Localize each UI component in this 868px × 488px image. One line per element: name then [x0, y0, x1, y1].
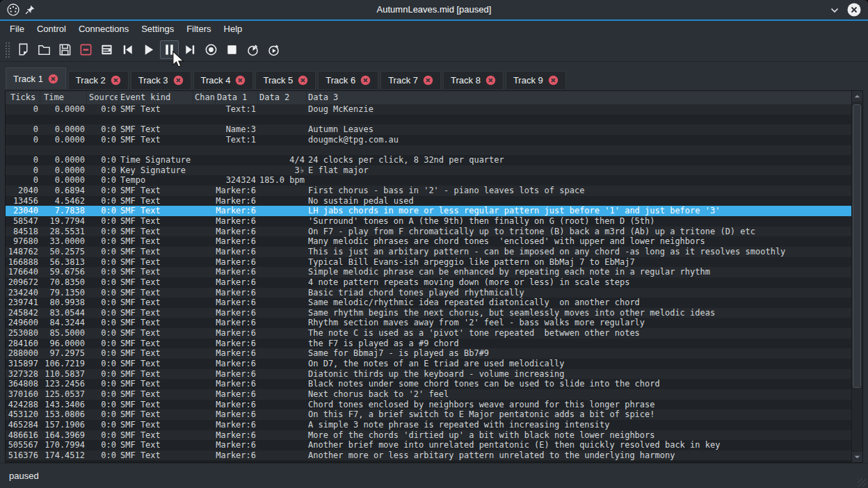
- event-row[interactable]: 00.00000:0SMF TextText:1Doug McKenzie: [6, 104, 862, 115]
- column-header-data2[interactable]: Data 2: [258, 91, 307, 104]
- tab-track-3[interactable]: Track 3: [131, 71, 191, 89]
- tab-close-icon[interactable]: [173, 75, 184, 86]
- titlebar[interactable]: AutumnLeaves.mid [paused]: [0, 0, 868, 19]
- event-row[interactable]: 516376174.45120:0SMF TextMarker:6Another…: [6, 450, 862, 461]
- stop-button[interactable]: [223, 40, 241, 59]
- play-button[interactable]: [139, 40, 158, 59]
- column-header-event-kind[interactable]: Event kind: [118, 91, 193, 104]
- tab-close-icon[interactable]: [298, 75, 308, 86]
- cell-event-kind: SMF Text: [118, 124, 193, 135]
- event-row[interactable]: 00.00000:0SMF TextText:1dougmck@tpg.com.…: [6, 135, 862, 145]
- close-file-button[interactable]: [77, 40, 95, 59]
- event-row[interactable]: 28416096.00000:0SMF TextMarker:6the F7 i…: [6, 339, 862, 349]
- event-row[interactable]: [6, 115, 862, 125]
- tab-close-icon[interactable]: [485, 75, 496, 86]
- tab-close-icon[interactable]: [235, 75, 246, 86]
- event-row[interactable]: 9768033.00000:0SMF TextMarker:6Many melo…: [6, 236, 862, 247]
- cell-chan: [193, 196, 216, 206]
- cell-chan: [193, 124, 216, 135]
- menu-settings[interactable]: Settings: [135, 22, 180, 37]
- tab-track-5[interactable]: Track 5: [255, 71, 316, 89]
- event-row[interactable]: 17664059.67560:0SMF TextMarker:6Simple m…: [6, 267, 862, 277]
- skip-forward-button[interactable]: [181, 40, 200, 59]
- vertical-scrollbar[interactable]: [851, 91, 862, 462]
- scroll-up-button[interactable]: [852, 91, 862, 101]
- tab-track-4[interactable]: Track 4: [193, 71, 254, 89]
- tab-track-1[interactable]: Track 1: [6, 67, 66, 89]
- event-row[interactable]: 424288143.34060:0SMF TextMarker:6Chord t…: [6, 400, 862, 410]
- column-header-chan[interactable]: Chan: [193, 91, 216, 104]
- tab-close-icon[interactable]: [48, 74, 58, 84]
- tab-close-icon[interactable]: [548, 75, 558, 86]
- event-row[interactable]: 00.00000:0Key Signature3♭E flat major: [6, 165, 862, 176]
- tab-track-2[interactable]: Track 2: [68, 71, 129, 89]
- event-row[interactable]: 20967270.83500:0SMF TextMarker:64 note p…: [6, 277, 862, 288]
- timer-play-button[interactable]: [264, 40, 283, 59]
- column-header-source[interactable]: Source: [87, 91, 118, 104]
- menu-connections[interactable]: Connections: [72, 22, 135, 37]
- toolbar-grip-handle[interactable]: [4, 41, 10, 58]
- skip-backward-button[interactable]: [118, 40, 137, 59]
- open-file-button[interactable]: [35, 40, 54, 59]
- tab-close-icon[interactable]: [423, 75, 433, 86]
- save-file-button[interactable]: [56, 40, 74, 59]
- cell-event-kind: SMF Text: [118, 379, 193, 389]
- scrollbar-track[interactable]: [852, 101, 862, 452]
- event-row[interactable]: 453120153.08060:0SMF TextMarker:6On this…: [6, 409, 862, 420]
- event-row[interactable]: 24584283.05440:0SMF TextMarker:6Same rhy…: [6, 308, 862, 318]
- cell-chan: [193, 430, 216, 441]
- event-row[interactable]: 465284157.19060:0SMF TextMarker:6A simpl…: [6, 420, 862, 430]
- scrollbar-thumb[interactable]: [853, 104, 861, 388]
- tab-label: Track 3: [138, 75, 168, 86]
- pause-button[interactable]: [160, 40, 179, 59]
- event-row[interactable]: 28800097.29750:0SMF TextMarker:6Same for…: [6, 348, 862, 359]
- event-row[interactable]: 00.00000:0Time Signature4/424 clocks per…: [6, 155, 862, 165]
- new-file-button[interactable]: [14, 40, 33, 59]
- event-row[interactable]: 5854719.77940:0SMF TextMarker:6'Surround…: [6, 216, 862, 227]
- menu-file[interactable]: File: [3, 22, 31, 37]
- tab-track-6[interactable]: Track 6: [318, 71, 378, 89]
- event-row[interactable]: [6, 145, 862, 156]
- timer-button[interactable]: [243, 40, 262, 59]
- tab-track-9[interactable]: Track 9: [506, 71, 566, 89]
- event-row-selected[interactable]: 230407.78380:0SMF TextMarker:6LH jabs ch…: [6, 206, 862, 216]
- event-row[interactable]: 23424079.13500:0SMF TextMarker:6Basic tr…: [6, 288, 862, 298]
- cell-time: 80.9938: [40, 298, 87, 308]
- event-row[interactable]: 00.00000:0Tempo324324185.0 bpm: [6, 175, 862, 186]
- column-header-data1[interactable]: Data 1: [216, 91, 258, 104]
- event-row[interactable]: 505567170.79940:0SMF TextMarker:6Another…: [6, 440, 862, 450]
- event-row[interactable]: 370160125.05370:0SMF TextMarker:6Next ch…: [6, 389, 862, 400]
- event-row[interactable]: 134564.54620:0SMF TextMarker:6No sustain…: [6, 196, 862, 206]
- tab-track-8[interactable]: Track 8: [443, 71, 504, 89]
- event-row[interactable]: 25308085.50000:0SMF TextMarker:6The note…: [6, 328, 862, 339]
- cell-ticks: 0: [6, 124, 40, 135]
- event-row[interactable]: 327328110.58370:0SMF TextMarker:6Diatoni…: [6, 369, 862, 380]
- cell-source: 0:0: [87, 165, 118, 176]
- event-row[interactable]: 16688856.38130:0SMF TextMarker:6Typical …: [6, 257, 862, 268]
- column-header-ticks[interactable]: Ticks: [6, 91, 40, 104]
- tab-close-icon[interactable]: [111, 75, 121, 86]
- event-row[interactable]: 486616164.39690:0SMF TextMarker:6More of…: [6, 430, 862, 441]
- resize-grip[interactable]: [858, 478, 866, 487]
- cell-source: [87, 145, 118, 156]
- event-row[interactable]: 315897106.72190:0SMF TextMarker:6On D7, …: [6, 359, 862, 369]
- scroll-down-button[interactable]: [852, 452, 862, 462]
- event-row[interactable]: 24960084.32440:0SMF TextMarker:6Rhythm s…: [6, 318, 862, 328]
- record-button[interactable]: [202, 40, 220, 59]
- event-row[interactable]: 364808123.24560:0SMF TextMarker:6Black n…: [6, 379, 862, 389]
- menu-filters[interactable]: Filters: [180, 22, 217, 37]
- event-row[interactable]: 14876250.25750:0SMF TextMarker:6This is …: [6, 247, 862, 257]
- column-header-time[interactable]: Time: [40, 91, 87, 104]
- chevron-down-icon[interactable]: [829, 5, 840, 16]
- menu-control[interactable]: Control: [31, 22, 72, 37]
- event-row[interactable]: 8451828.55310:0SMF TextMarker:6On F7 - p…: [6, 227, 862, 237]
- event-row[interactable]: 20400.68940:0SMF TextMarker:6First choru…: [6, 186, 862, 196]
- file-info-button[interactable]: [97, 40, 116, 59]
- column-header-data3[interactable]: Data 3: [307, 91, 862, 104]
- event-row[interactable]: 00.00000:0SMF TextName:3Autumn Leaves: [6, 124, 862, 135]
- event-row[interactable]: 23974180.99380:0SMF TextMarker:6Same mel…: [6, 298, 862, 308]
- tab-track-7[interactable]: Track 7: [380, 71, 441, 89]
- tab-close-icon[interactable]: [360, 75, 371, 86]
- window-close-button[interactable]: [846, 2, 862, 17]
- menu-help[interactable]: Help: [218, 22, 249, 37]
